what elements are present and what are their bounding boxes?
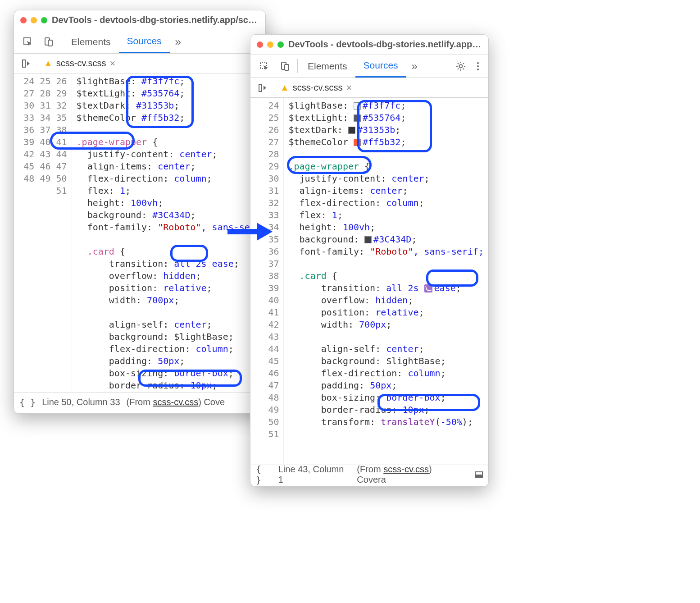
comparison-arrow-icon — [225, 218, 275, 245]
format-icon[interactable]: { } — [19, 397, 36, 408]
format-icon[interactable]: { } — [256, 464, 272, 485]
inspect-icon[interactable] — [18, 30, 38, 53]
tab-sources[interactable]: Sources — [119, 30, 170, 53]
svg-rect-3 — [23, 60, 25, 67]
highlight-colors-box — [126, 76, 194, 128]
window-title: DevTools - devtools-dbg-stories.netlify.… — [288, 39, 482, 50]
close-tab-icon[interactable]: × — [346, 82, 352, 94]
file-tab-scss[interactable]: ▲ scss-cv.scss × — [274, 78, 358, 97]
svg-point-7 — [459, 64, 463, 68]
navigator-icon[interactable] — [253, 78, 274, 97]
devtools-window-before: DevTools - devtools-dbg-stories.netlify.… — [14, 10, 266, 414]
tab-sources[interactable]: Sources — [355, 55, 406, 78]
close-window-icon[interactable] — [20, 17, 27, 23]
zoom-window-icon[interactable] — [41, 17, 47, 23]
drawer-toggle-icon[interactable] — [475, 471, 483, 478]
svg-line-13 — [463, 69, 464, 69]
source-from: (From scss-cv.css) Cove — [127, 397, 225, 407]
highlight-transform-box — [377, 394, 480, 411]
titlebar: DevTools - devtools-dbg-stories.netlify.… — [14, 10, 265, 30]
cursor-position: Line 50, Column 33 — [42, 397, 120, 407]
titlebar: DevTools - devtools-dbg-stories.netlify.… — [250, 35, 488, 55]
source-link[interactable]: scss-cv.css — [153, 397, 198, 407]
svg-line-14 — [458, 69, 459, 69]
warning-icon: ▲ — [280, 82, 289, 93]
zoom-window-icon[interactable] — [277, 41, 284, 48]
inspect-icon[interactable] — [254, 55, 275, 78]
main-toolbar: Elements Sources » — [14, 30, 265, 54]
device-icon[interactable] — [38, 30, 59, 53]
tab-elements[interactable]: Elements — [63, 30, 119, 53]
highlight-colors-box — [357, 100, 432, 152]
window-title: DevTools - devtools-dbg-stories.netlify.… — [52, 15, 259, 25]
minimize-window-icon[interactable] — [267, 41, 273, 48]
kebab-menu-icon[interactable] — [471, 55, 485, 78]
svg-rect-19 — [259, 84, 262, 91]
navigator-icon[interactable] — [17, 54, 37, 73]
main-toolbar: Elements Sources » — [250, 55, 488, 78]
svg-point-17 — [477, 65, 479, 67]
statusbar: { } Line 50, Column 33 (From scss-cv.css… — [14, 393, 265, 411]
device-icon[interactable] — [275, 55, 295, 78]
source-link[interactable]: scss-cv.css — [383, 464, 429, 474]
svg-line-15 — [463, 63, 464, 64]
highlight-ease-box — [426, 270, 478, 287]
svg-line-12 — [458, 63, 459, 64]
close-window-icon[interactable] — [257, 41, 263, 48]
svg-rect-6 — [285, 64, 289, 70]
tab-elements[interactable]: Elements — [300, 55, 355, 78]
file-tab-label: scss-cv.scss — [293, 82, 343, 93]
more-tabs-icon[interactable]: » — [406, 55, 423, 78]
highlight-transform-box — [138, 370, 242, 387]
close-tab-icon[interactable]: × — [110, 58, 116, 69]
svg-point-16 — [477, 62, 479, 64]
highlight-selector-box — [50, 132, 135, 150]
statusbar: { } Line 43, Column 1 (From scss-cv.css)… — [250, 465, 488, 484]
traffic-lights[interactable] — [257, 41, 284, 48]
highlight-selector-box — [287, 156, 372, 174]
highlight-ease-box — [170, 245, 208, 262]
line-gutter[interactable]: 24 25 26 27 28 29 30 31 32 33 34 35 36 3… — [250, 98, 284, 465]
traffic-lights[interactable] — [20, 17, 47, 23]
cursor-position: Line 43, Column 1 — [278, 464, 351, 485]
minimize-window-icon[interactable] — [31, 17, 37, 23]
svg-point-18 — [477, 69, 479, 70]
source-from: (From scss-cv.css) Covera — [357, 464, 462, 485]
warning-icon: ▲ — [44, 58, 53, 69]
line-gutter[interactable]: 24 25 26 27 28 29 30 31 32 33 34 35 36 3… — [14, 73, 72, 393]
file-tab-label: scss-cv.scss — [56, 58, 106, 69]
file-tab-scss[interactable]: ▲ scss-cv.scss × — [37, 54, 122, 73]
file-tabs: ▲ scss-cv.scss × — [250, 78, 488, 98]
more-tabs-icon[interactable]: » — [170, 30, 186, 53]
settings-icon[interactable] — [450, 55, 471, 78]
file-tabs: ▲ scss-cv.scss × — [14, 54, 265, 73]
svg-rect-2 — [48, 40, 52, 46]
